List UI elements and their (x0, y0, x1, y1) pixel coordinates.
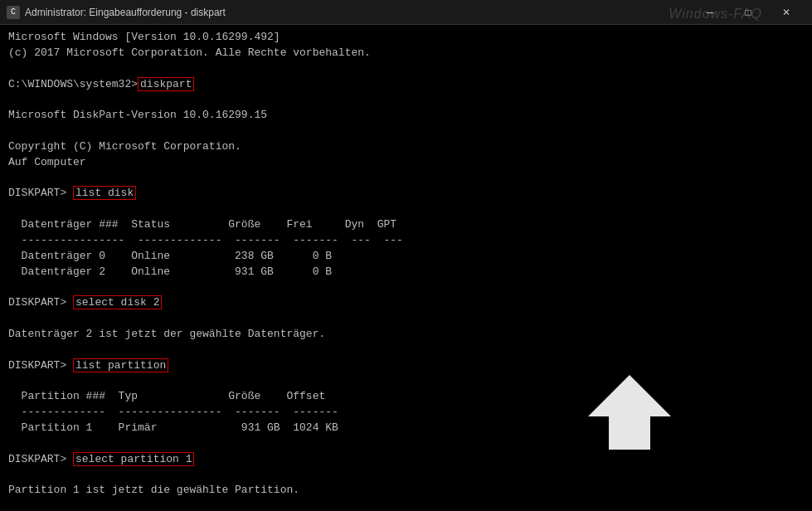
line-20: Datenträger 2 ist jetzt der gewählte Dat… (8, 327, 804, 343)
line-24: Partition ### Typ Größe Offset (8, 389, 804, 405)
line-11: DISKPART> list disk (8, 186, 804, 202)
line-3 (8, 61, 804, 77)
line-8: Copyright (C) Microsoft Corporation. (8, 139, 804, 155)
line-16: Datenträger 2 Online 931 GB 0 B (8, 265, 804, 280)
terminal: Microsoft Windows [Version 10.0.16299.49… (0, 25, 812, 511)
line-30: Partition 1 ist jetzt die gewählte Parti… (8, 483, 804, 499)
titlebar-left: C Administrator: Eingabeaufforderung - d… (7, 6, 226, 19)
line-13: Datenträger ### Status Größe Frei Dyn GP… (8, 217, 804, 233)
line-26: Partition 1 Primär 931 GB 1024 KB (8, 421, 804, 436)
line-22: DISKPART> list partition (8, 358, 804, 374)
maximize-button[interactable]: □ (729, 0, 767, 25)
line-10 (8, 171, 804, 187)
titlebar: C Administrator: Eingabeaufforderung - d… (0, 0, 812, 25)
line-31 (8, 499, 804, 511)
minimize-button[interactable]: ─ (691, 0, 729, 25)
cmd-icon: C (7, 6, 20, 19)
line-9: Auf Computer (8, 155, 804, 171)
line-25: ------------- ---------------- ------- -… (8, 405, 804, 421)
line-17 (8, 280, 804, 296)
cmd-list-partition: list partition (73, 358, 168, 372)
line-7 (8, 124, 804, 139)
line-14: ---------------- ------------- ------- -… (8, 233, 804, 249)
line-12 (8, 202, 804, 217)
line-2: (c) 2017 Microsoft Corporation. Alle Rec… (8, 46, 804, 61)
cmd-select-disk: select disk 2 (73, 295, 162, 309)
line-23 (8, 374, 804, 390)
line-29 (8, 468, 804, 484)
line-6: Microsoft DiskPart-Version 10.0.16299.15 (8, 108, 804, 124)
cmd-select-partition: select partition 1 (73, 452, 194, 466)
line-15: Datenträger 0 Online 238 GB 0 B (8, 249, 804, 265)
line-5 (8, 92, 804, 108)
line-1: Microsoft Windows [Version 10.0.16299.49… (8, 30, 804, 46)
line-28: DISKPART> select partition 1 (8, 452, 804, 468)
line-27 (8, 436, 804, 452)
line-21 (8, 343, 804, 358)
line-4: C:\WINDOWS\system32>diskpart (8, 77, 804, 93)
titlebar-title: Administrator: Eingabeaufforderung - dis… (25, 7, 226, 18)
cmd-diskpart: diskpart (138, 77, 194, 91)
line-18: DISKPART> select disk 2 (8, 295, 804, 311)
cmd-list-disk: list disk (73, 186, 136, 200)
line-19 (8, 311, 804, 327)
close-button[interactable]: ✕ (767, 0, 805, 25)
titlebar-controls: ─ □ ✕ (691, 0, 805, 25)
